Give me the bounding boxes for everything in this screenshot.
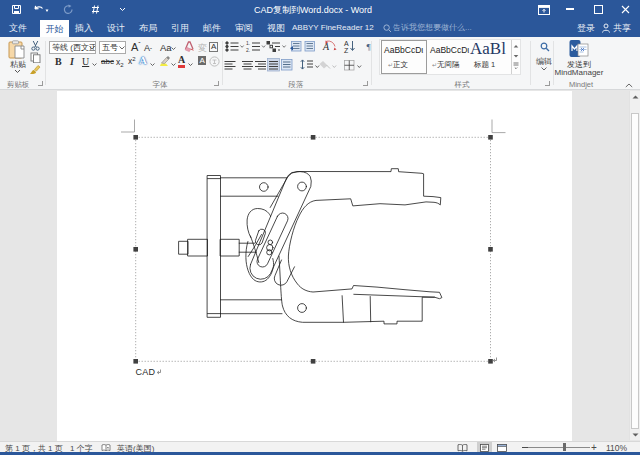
svg-text:1.: 1. bbox=[246, 40, 250, 46]
svg-text:Z: Z bbox=[344, 47, 349, 54]
svg-text:2.: 2. bbox=[246, 47, 250, 53]
svg-text:¶: ¶ bbox=[367, 42, 371, 52]
